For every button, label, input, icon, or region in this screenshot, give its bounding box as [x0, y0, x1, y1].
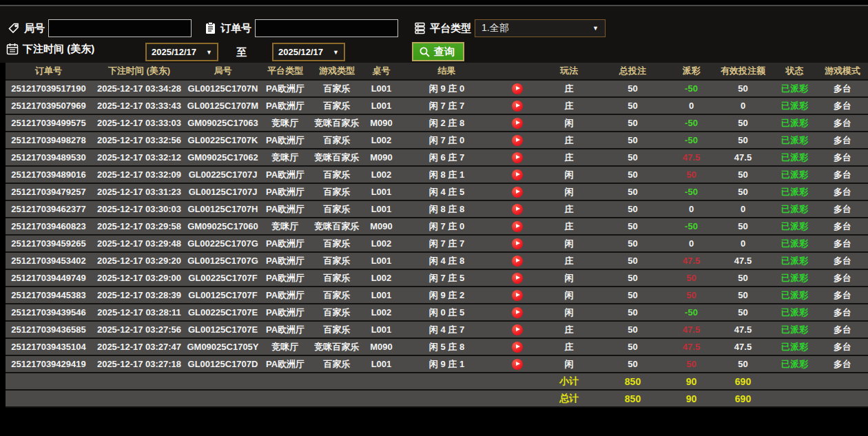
cell-result: 闲 4 庄 8	[400, 252, 493, 269]
cell-table-number: L002	[362, 304, 400, 321]
cell-payout: -50	[669, 183, 714, 200]
header-platform-type: 平台类型	[259, 63, 311, 80]
cell-total-bet: 50	[597, 252, 669, 269]
top-black-bar	[0, 0, 868, 6]
play-replay-icon[interactable]	[512, 359, 523, 370]
play-replay-icon[interactable]	[512, 135, 523, 146]
cell-status: 已派彩	[772, 200, 817, 218]
play-replay-icon[interactable]	[512, 204, 523, 215]
cell-bet-time: 2025-12-17 03:30:03	[92, 200, 187, 218]
table-row: 2512170394294192025-12-17 03:27:18GL0012…	[6, 355, 868, 373]
platform-type-select[interactable]: 1.全部 ▼	[475, 19, 606, 37]
cell-total-bet: 50	[597, 269, 669, 287]
bet-time-label: 下注时间 (美东)	[23, 43, 94, 56]
play-replay-icon[interactable]	[512, 324, 523, 335]
cell-game-mode: 多台	[817, 132, 868, 149]
cell-game-mode: 多台	[817, 149, 868, 166]
play-replay-icon[interactable]	[512, 238, 523, 249]
cell-status: 已派彩	[772, 132, 817, 149]
cell-valid-bet: 50	[714, 183, 772, 200]
play-replay-icon[interactable]	[512, 118, 523, 129]
cell-result: 闲 0 庄 5	[400, 304, 493, 321]
cell-round-number: GL00225C1707J	[187, 166, 259, 183]
cell-bet-time: 2025-12-17 03:27:47	[92, 338, 187, 355]
cell-play-type: 庄	[541, 338, 597, 355]
table-row: 2512170394608232025-12-17 03:29:58GM0902…	[6, 218, 868, 235]
cell-table-number: M090	[362, 338, 400, 355]
cell-valid-bet: 47.5	[714, 338, 772, 355]
cell-game-mode: 多台	[817, 183, 868, 200]
round-number-filter: 局号	[7, 19, 192, 37]
header-replay	[493, 63, 541, 80]
cell-replay	[493, 200, 541, 218]
cell-play-type: 庄	[541, 252, 597, 269]
cell-status: 已派彩	[772, 218, 817, 235]
cell-replay	[493, 321, 541, 338]
cell-result: 闲 8 庄 8	[400, 200, 493, 218]
cell-valid-bet: 50	[714, 269, 772, 287]
cell-total-bet: 50	[597, 235, 669, 252]
subtotal-total-bet: 850	[597, 373, 669, 390]
cell-replay	[493, 166, 541, 183]
cell-platform-type: PA欧洲厅	[259, 166, 311, 183]
cell-round-number: GM09025C17060	[187, 218, 259, 235]
cell-bet-time: 2025-12-17 03:29:48	[92, 235, 187, 252]
date-to-select[interactable]: 2025/12/17 ▼	[272, 43, 345, 61]
cell-total-bet: 50	[597, 355, 669, 373]
subtotal-payout: 90	[669, 373, 714, 390]
cell-round-number: GL00225C1707E	[187, 304, 259, 321]
search-icon	[419, 46, 431, 58]
chevron-down-icon: ▼	[592, 25, 599, 32]
play-replay-icon[interactable]	[512, 83, 523, 94]
order-number-input[interactable]	[255, 19, 398, 37]
cell-platform-type: PA欧洲厅	[259, 287, 311, 304]
play-replay-icon[interactable]	[512, 290, 523, 301]
cell-game-mode: 多台	[817, 235, 868, 252]
cell-game-type: 竞咪百家乐	[311, 218, 362, 235]
bet-time-filter: 下注时间 (美东)	[6, 42, 94, 56]
header-valid-bet: 有效投注额	[714, 63, 772, 80]
cell-order-number: 251217039439546	[6, 304, 92, 321]
play-replay-icon[interactable]	[512, 273, 523, 284]
date-from-select[interactable]: 2025/12/17 ▼	[145, 43, 218, 61]
table-header-row: 订单号 下注时间 (美东) 局号 平台类型 游戏类型 桌号 结果 玩法 总投注 …	[6, 63, 868, 80]
cell-game-mode: 多台	[817, 166, 868, 183]
order-number-filter: 订单号	[204, 19, 398, 37]
table-row: 2512170394497492025-12-17 03:29:00GL0022…	[6, 269, 868, 287]
play-replay-icon[interactable]	[512, 307, 523, 318]
cell-order-number: 251217039499575	[6, 114, 92, 132]
cell-order-number: 251217039460823	[6, 218, 92, 235]
play-replay-icon[interactable]	[512, 342, 523, 353]
header-status: 状态	[772, 63, 817, 80]
cell-platform-type: PA欧洲厅	[259, 269, 311, 287]
cell-table-number: L002	[362, 235, 400, 252]
cell-result: 闲 7 庄 5	[400, 269, 493, 287]
cell-table-number: M090	[362, 218, 400, 235]
cell-status: 已派彩	[772, 252, 817, 269]
cell-bet-time: 2025-12-17 03:29:58	[92, 218, 187, 235]
cell-total-bet: 50	[597, 321, 669, 338]
cell-valid-bet: 0	[714, 97, 772, 114]
search-button-label: 查询	[434, 45, 455, 59]
cell-status: 已派彩	[772, 166, 817, 183]
cell-round-number: GL00225C1707G	[187, 235, 259, 252]
header-total-bet: 总投注	[597, 63, 669, 80]
cell-replay	[493, 97, 541, 114]
cell-status: 已派彩	[772, 287, 817, 304]
play-replay-icon[interactable]	[512, 169, 523, 180]
round-number-input[interactable]	[48, 19, 192, 37]
cell-game-type: 百家乐	[311, 355, 362, 373]
play-replay-icon[interactable]	[512, 152, 523, 163]
play-replay-icon[interactable]	[512, 221, 523, 232]
cell-status: 已派彩	[772, 355, 817, 373]
cell-platform-type: PA欧洲厅	[259, 97, 311, 114]
subtotal-label: 小计	[541, 373, 597, 390]
cell-order-number: 251217039498278	[6, 132, 92, 149]
cell-game-mode: 多台	[817, 304, 868, 321]
play-replay-icon[interactable]	[512, 256, 523, 267]
cell-replay	[493, 149, 541, 166]
play-replay-icon[interactable]	[512, 101, 523, 112]
play-replay-icon[interactable]	[512, 187, 523, 198]
cell-bet-time: 2025-12-17 03:34:28	[92, 80, 187, 97]
search-button[interactable]: 查询	[412, 42, 464, 61]
